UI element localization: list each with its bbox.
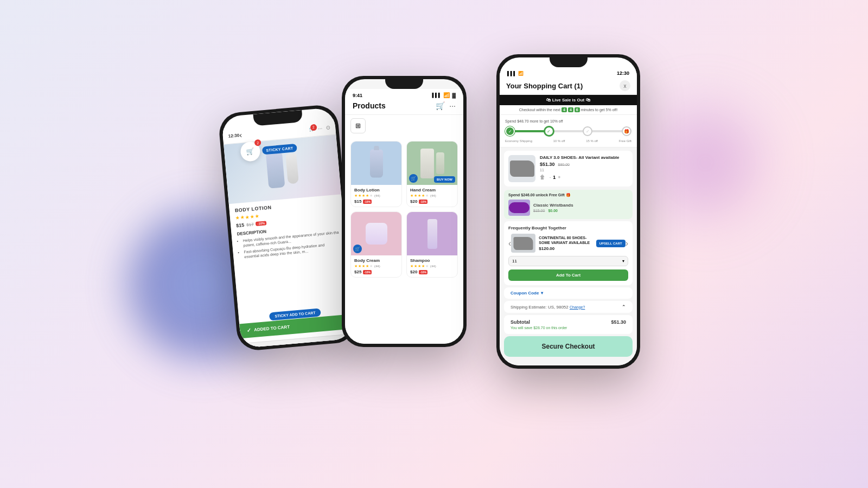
product-stars-1: ★ ★ ★ ★ ★ (44) <box>410 194 454 198</box>
filter-row: ⊞ <box>345 115 463 137</box>
upsell-details: CONTINENTAL 80 SHOES- SOME VARIANT AVAIL… <box>539 235 592 251</box>
shampoo-img-3 <box>427 219 437 249</box>
gift-orig-price: $15.00 <box>533 209 545 213</box>
upsell-name: CONTINENTAL 80 SHOES- SOME VARIANT AVAIL… <box>539 235 592 245</box>
phone-left: 12:30 ‹ 🛒 2 ··· ⊙ 🛒 <box>218 104 358 351</box>
discount-1: -10% <box>419 200 427 204</box>
s5: ★ <box>369 194 373 198</box>
buy-now-badge-1[interactable]: BUY NOW <box>434 176 455 183</box>
ss5: ★ <box>425 264 429 268</box>
product-card-3[interactable]: Shampoo ★ ★ ★ ★ ★ (44) $20 <box>406 211 458 278</box>
coupon-row[interactable]: Coupon Code ▾ <box>504 287 633 299</box>
product-price-0: $15 -10% <box>354 199 398 204</box>
shipping-change[interactable]: Change? <box>570 305 585 309</box>
marker-1: 10 % off <box>553 139 565 143</box>
hs4: ★ <box>422 194 425 198</box>
subtotal-section: Subtotal $51.30 You will save $28.70 on … <box>504 315 633 334</box>
free-gift-item: Classic Wristbands $15.00 $0.00 <box>508 200 628 216</box>
cream-img-1b <box>436 152 444 174</box>
qty-number: 1 <box>553 175 556 180</box>
sticky-cart-label: STICKY CART <box>262 143 297 155</box>
select-arrow: ▾ <box>622 259 624 264</box>
product-info-2: Body Cream ★ ★ ★ ★ ★ (44) $25 <box>351 255 401 277</box>
product-stars-3: ★ ★ ★ ★ ★ (44) <box>410 264 454 268</box>
add-to-cart-upsell-button[interactable]: Add To Cart <box>508 269 628 281</box>
cart-badge-1[interactable]: 🛒 <box>409 174 418 183</box>
shipping-section: Shipping Estimate: US, 98052 Change? ⌃ <box>504 301 633 313</box>
coupon-arrow: ▾ <box>541 291 543 296</box>
signal-icon: ▌▌▌ <box>432 93 441 98</box>
more-icon[interactable]: ··· <box>317 125 322 131</box>
price-2: $25 <box>354 269 361 274</box>
discount-0: -10% <box>363 200 372 204</box>
ss2: ★ <box>414 264 417 268</box>
bs4: ★ <box>366 264 369 268</box>
progress-dot-2: ✓ <box>544 126 554 136</box>
product-name-3: Shampoo <box>410 258 454 263</box>
track-dots: ✓ ✓ ✓ 🎁 <box>505 126 631 136</box>
price-original: $17 <box>246 222 254 227</box>
more-header-icon[interactable]: ··· <box>449 101 456 110</box>
shipping-arrow[interactable]: ⌃ <box>622 304 626 310</box>
trash-icon[interactable]: 🗑 <box>540 174 545 180</box>
cart-icon-wrap[interactable]: 🛒 2 <box>309 126 315 131</box>
wifi-symbol: 📶 <box>518 71 524 76</box>
bs1: ★ <box>354 264 358 268</box>
settings-icon[interactable]: ⊙ <box>326 124 330 131</box>
product-stars-0: ★ ★ ★ ★ ★ (44) <box>354 194 398 198</box>
variant-select[interactable]: 11 ▾ <box>508 256 628 266</box>
qty-plus[interactable]: + <box>558 175 560 180</box>
product-card-0[interactable]: Body Lotion ★ ★ ★ ★ ★ (44) $15 <box>350 141 402 207</box>
product-name-2: Body Cream <box>354 258 398 263</box>
cart-scroll-area[interactable]: DAILY 3.0 SHOES- All Variant available $… <box>500 147 637 365</box>
gift-image <box>508 200 530 216</box>
phone-middle-screen: 9:41 ▌▌▌ 📶 ▓ Products 🛒 ··· <box>345 79 463 344</box>
upsell-nav: ‹ CONTINENTAL 80 SHOES- SOME VARIANT AVA… <box>508 234 628 253</box>
checkout-button[interactable]: Secure Checkout <box>504 336 633 357</box>
review-count-3: (44) <box>430 265 436 268</box>
product-card-1[interactable]: BUY NOW 🛒 Hand Cream ★ ★ ★ ★ ★ (44 <box>406 141 458 207</box>
gift-name: Classic Wristbands <box>533 203 573 208</box>
filter-button[interactable]: ⊞ <box>350 118 366 133</box>
gift-details: Classic Wristbands $15.00 $0.00 <box>533 203 573 213</box>
cart-item-price-0: $51.30 <box>540 162 555 167</box>
added-to-cart-text: ADDED TO CART <box>254 324 290 332</box>
middle-header: Products 🛒 ··· <box>345 99 463 115</box>
savings-text: You will save $28.70 on this order <box>510 326 626 330</box>
progress-label: Spend $48.70 more to get 10% off <box>505 119 631 123</box>
bs5: ★ <box>369 264 373 268</box>
shipping-text: Shipping Estimate: US, 98052 <box>510 305 569 310</box>
review-count-2: (44) <box>374 265 380 268</box>
cart-badge: 2 <box>310 124 317 131</box>
upsell-button[interactable]: UPSELL CART <box>596 240 626 247</box>
discount-badge: -10% <box>256 221 267 226</box>
cart-item-details-0: DAILY 3.0 SHOES- All Variant available $… <box>540 155 628 180</box>
phones-container: 12:30 ‹ 🛒 2 ··· ⊙ 🛒 <box>217 22 651 466</box>
star-5: ★ <box>255 213 260 219</box>
right-time: 12:30 <box>617 70 629 76</box>
product-stars-2: ★ ★ ★ ★ ★ (44) <box>354 264 398 268</box>
wifi-icon: 📶 <box>443 92 450 98</box>
free-gift-section: Spend $246.00 unlock Free Gift 🎁 Classic… <box>504 190 633 219</box>
cart-header-icon[interactable]: 🛒 <box>436 101 445 110</box>
back-button[interactable]: ‹ <box>239 131 242 139</box>
battery-icon: ▓ <box>452 93 456 98</box>
phone-right-screen: ▌▌▌ 📶 12:30 Your Shopping Cart (1) x 🛍 L… <box>500 57 637 365</box>
bs3: ★ <box>362 264 365 268</box>
shoe-image <box>510 160 534 177</box>
right-header: Your Shopping Cart (1) x <box>500 77 637 95</box>
close-button[interactable]: x <box>620 80 630 91</box>
frequently-bought-section: Frequently Bought Together ‹ CONTINENTAL… <box>504 221 633 285</box>
review-count-0: (44) <box>374 194 380 197</box>
cart-badge-2[interactable]: 🛒 <box>353 245 362 253</box>
left-product-info: BODY LOTION ★ ★ ★ ★ ★ $15 $17 -10% DESCR… <box>229 194 347 266</box>
left-screen-content: 12:30 ‹ 🛒 2 ··· ⊙ 🛒 <box>222 119 354 349</box>
notch-right <box>550 57 588 67</box>
bs2: ★ <box>358 264 361 268</box>
cart-item-image-0 <box>508 155 535 182</box>
free-gift-label: Spend $246.00 unlock Free Gift 🎁 <box>508 193 628 197</box>
next-arrow[interactable]: › <box>626 239 628 248</box>
progress-dot-3: ✓ <box>583 126 592 136</box>
product-card-2[interactable]: 🛒 Body Cream ★ ★ ★ ★ ★ (44) <box>350 211 402 278</box>
product-info-0: Body Lotion ★ ★ ★ ★ ★ (44) $15 <box>351 185 401 207</box>
